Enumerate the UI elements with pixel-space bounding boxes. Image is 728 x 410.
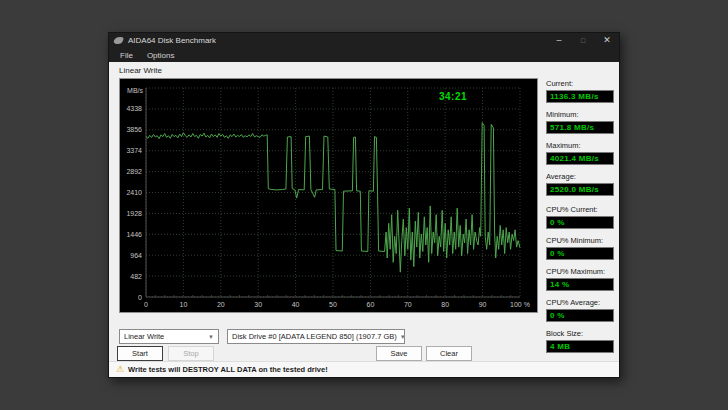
svg-text:2892: 2892	[126, 168, 142, 175]
aida64-app-icon	[113, 37, 124, 44]
drive-select-value: Disk Drive #0 [ADATA LEGEND 850] (1907.7…	[232, 332, 397, 341]
svg-text:60: 60	[367, 301, 375, 308]
stat-block-size-value: 4 MB	[546, 340, 614, 353]
clear-button[interactable]: Clear	[426, 346, 472, 361]
test-type-value: Linear Write	[124, 332, 164, 341]
test-mode-label: Linear Write	[119, 66, 162, 75]
stat-cpu-maximum-value: 14 %	[546, 278, 614, 291]
svg-text:50: 50	[329, 301, 337, 308]
stat-maximum: Maximum:4021.4 MB/s	[546, 141, 614, 165]
stats-panel: Current:1136.3 MB/sMinimum:571.8 MB/sMax…	[546, 79, 614, 360]
stat-cpu-average-label: CPU% Average:	[546, 298, 614, 307]
svg-text:3374: 3374	[126, 147, 142, 154]
stat-block-size-label: Block Size:	[546, 329, 614, 338]
chevron-down-icon: ▼	[397, 334, 405, 340]
menu-bar: File Options	[109, 48, 619, 62]
svg-text:MB/s: MB/s	[127, 87, 143, 94]
svg-text:20: 20	[217, 301, 225, 308]
svg-text:964: 964	[130, 252, 142, 259]
stat-current-label: Current:	[546, 79, 614, 88]
maximize-icon[interactable]: □	[571, 33, 595, 48]
window-content: Linear Write 048296414461928241028923374…	[109, 62, 619, 377]
svg-text:3856: 3856	[126, 126, 142, 133]
stat-maximum-value: 4021.4 MB/s	[546, 152, 614, 165]
stat-cpu-minimum-value: 0 %	[546, 247, 614, 260]
svg-text:30: 30	[254, 301, 262, 308]
benchmark-chart-panel: 0482964144619282410289233743856433801020…	[119, 78, 538, 313]
status-bar: ⚠ Write tests will DESTROY ALL DATA on t…	[109, 361, 619, 377]
svg-text:4338: 4338	[126, 105, 142, 112]
desktop-background: AIDA64 Disk Benchmark – □ ✕ File Options…	[0, 0, 728, 410]
drive-select[interactable]: Disk Drive #0 [ADATA LEGEND 850] (1907.7…	[227, 329, 405, 344]
svg-text:100 %: 100 %	[510, 301, 530, 308]
stat-cpu-minimum: CPU% Minimum:0 %	[546, 236, 614, 260]
svg-text:70: 70	[404, 301, 412, 308]
stat-average: Average:2520.0 MB/s	[546, 172, 614, 196]
stat-cpu-average: CPU% Average:0 %	[546, 298, 614, 322]
warning-icon: ⚠	[116, 365, 124, 374]
start-button[interactable]: Start	[117, 346, 163, 361]
svg-text:90: 90	[479, 301, 487, 308]
stat-block-size: Block Size:4 MB	[546, 329, 614, 353]
minimize-icon[interactable]: –	[547, 33, 571, 48]
title-bar[interactable]: AIDA64 Disk Benchmark – □ ✕	[109, 33, 619, 48]
stat-average-label: Average:	[546, 172, 614, 181]
stat-average-value: 2520.0 MB/s	[546, 183, 614, 196]
svg-text:482: 482	[130, 273, 142, 280]
stat-cpu-maximum: CPU% Maximum:14 %	[546, 267, 614, 291]
save-button[interactable]: Save	[376, 346, 422, 361]
stat-cpu-minimum-label: CPU% Minimum:	[546, 236, 614, 245]
menu-file[interactable]: File	[113, 51, 140, 60]
stat-minimum-value: 571.8 MB/s	[546, 121, 614, 134]
svg-text:10: 10	[180, 301, 188, 308]
stat-cpu-current: CPU% Current:0 %	[546, 205, 614, 229]
svg-text:0: 0	[144, 301, 148, 308]
svg-text:1446: 1446	[126, 231, 142, 238]
svg-text:2410: 2410	[126, 189, 142, 196]
svg-text:80: 80	[441, 301, 449, 308]
chevron-down-icon: ▼	[205, 334, 214, 340]
stop-button[interactable]: Stop	[168, 346, 214, 361]
stat-cpu-average-value: 0 %	[546, 309, 614, 322]
stat-cpu-maximum-label: CPU% Maximum:	[546, 267, 614, 276]
menu-options[interactable]: Options	[140, 51, 182, 60]
stat-minimum-label: Minimum:	[546, 110, 614, 119]
close-icon[interactable]: ✕	[595, 33, 619, 48]
svg-text:0: 0	[138, 294, 142, 301]
stat-minimum: Minimum:571.8 MB/s	[546, 110, 614, 134]
stat-current: Current:1136.3 MB/s	[546, 79, 614, 103]
stat-cpu-current-label: CPU% Current:	[546, 205, 614, 214]
test-type-select[interactable]: Linear Write ▼	[119, 329, 219, 344]
aida64-disk-benchmark-window: AIDA64 Disk Benchmark – □ ✕ File Options…	[108, 32, 620, 378]
stat-current-value: 1136.3 MB/s	[546, 90, 614, 103]
window-title: AIDA64 Disk Benchmark	[128, 36, 547, 45]
svg-text:1928: 1928	[126, 210, 142, 217]
svg-text:34:21: 34:21	[439, 91, 467, 102]
stat-cpu-current-value: 0 %	[546, 216, 614, 229]
stat-maximum-label: Maximum:	[546, 141, 614, 150]
warning-text: Write tests will DESTROY ALL DATA on the…	[128, 365, 328, 374]
benchmark-line-chart: 0482964144619282410289233743856433801020…	[120, 79, 539, 314]
svg-text:40: 40	[292, 301, 300, 308]
